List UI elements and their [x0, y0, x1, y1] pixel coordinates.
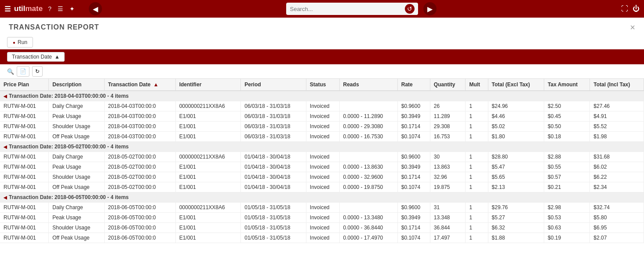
hamburger-icon[interactable]: ☰ [4, 5, 11, 13]
group-expand-icon: ◀ [4, 144, 7, 149]
col-quantity[interactable]: Quantity [430, 79, 466, 91]
brand-text: utilmate [14, 4, 43, 13]
nav-right-icons: ⛶ ⏻ [621, 5, 640, 13]
group-row[interactable]: ◀Transaction Date: 2018-05-02T00:00:00 -… [0, 142, 644, 152]
forward-button[interactable]: ▶ [423, 2, 437, 15]
group-expand-icon: ◀ [4, 94, 7, 99]
toolbar: ● Run [0, 35, 644, 49]
col-identifier[interactable]: Identifier [175, 79, 241, 91]
settings-icon[interactable]: ✦ [69, 5, 75, 12]
table-row: RUTW-M-001Off Peak Usage2018-06-05T00:00… [0, 233, 644, 243]
group-row[interactable]: ◀Transaction Date: 2018-04-03T00:00:00 -… [0, 91, 644, 101]
sort-icon: ▲ [153, 81, 159, 88]
table-row: RUTW-M-001Peak Usage2018-06-05T00:00:0E1… [0, 213, 644, 223]
filter-search-icon: 🔍 [7, 68, 14, 75]
group-sort-icon: ▲ [55, 54, 60, 60]
refresh-button[interactable]: ↻ [32, 66, 43, 77]
col-mult[interactable]: Mult [466, 79, 488, 91]
table-row: RUTW-M-001Shoulder Usage2018-06-05T00:00… [0, 223, 644, 233]
page-title: TRANSACTION REPORT [9, 23, 99, 31]
table-row: RUTW-M-001Daily Charge2018-06-05T00:00:0… [0, 203, 644, 213]
nav-icons: ? ☰ ✦ [48, 5, 75, 12]
table-row: RUTW-M-001Daily Charge2018-04-03T00:00:0… [0, 101, 644, 111]
col-status[interactable]: Status [306, 79, 339, 91]
filter-bar: 🔍 📄 ↻ [0, 64, 644, 79]
group-expand-icon: ◀ [4, 195, 7, 200]
group-bar: Transaction Date ▲ [0, 49, 644, 64]
back-button[interactable]: ◀ [89, 2, 102, 15]
page-header: TRANSACTION REPORT × [0, 18, 644, 35]
search-reset-button[interactable]: ↺ [405, 4, 415, 14]
power-icon[interactable]: ⏻ [633, 5, 640, 13]
help-icon[interactable]: ? [48, 5, 51, 12]
col-total-incl-tax[interactable]: Total (Incl Tax) [590, 79, 644, 91]
export-button[interactable]: 📄 [17, 66, 29, 77]
col-price-plan[interactable]: Price Plan [0, 79, 49, 91]
navbar: ☰ utilmate ? ☰ ✦ ◀ ↺ ▶ ⛶ ⏻ [0, 0, 644, 18]
search-input[interactable] [290, 6, 405, 12]
table-row: RUTW-M-001Daily Charge2018-05-02T00:00:0… [0, 152, 644, 162]
data-table: Price Plan Description Transaction Date … [0, 79, 644, 243]
table-header-row: Price Plan Description Transaction Date … [0, 79, 644, 91]
table-row: RUTW-M-001Shoulder Usage2018-04-03T00:00… [0, 122, 644, 132]
group-tag[interactable]: Transaction Date ▲ [7, 52, 65, 62]
group-tag-label: Transaction Date [12, 54, 52, 60]
table-row: RUTW-M-001Peak Usage2018-05-02T00:00:0E1… [0, 162, 644, 172]
col-reads[interactable]: Reads [339, 79, 397, 91]
col-rate[interactable]: Rate [397, 79, 430, 91]
group-row[interactable]: ◀Transaction Date: 2018-06-05T00:00:00 -… [0, 192, 644, 203]
notes-icon[interactable]: ☰ [58, 5, 63, 12]
table-body: ◀Transaction Date: 2018-04-03T00:00:00 -… [0, 91, 644, 243]
col-description[interactable]: Description [49, 79, 104, 91]
run-icon: ● [13, 40, 15, 45]
brand-logo: ☰ utilmate [4, 4, 43, 13]
run-button[interactable]: ● Run [7, 37, 33, 48]
col-period[interactable]: Period [241, 79, 306, 91]
table-row: RUTW-M-001Off Peak Usage2018-05-02T00:00… [0, 182, 644, 192]
close-button[interactable]: × [630, 23, 635, 32]
col-total-excl-tax[interactable]: Total (Excl Tax) [488, 79, 544, 91]
table-row: RUTW-M-001Shoulder Usage2018-05-02T00:00… [0, 172, 644, 182]
col-transaction-date[interactable]: Transaction Date ▲ [104, 79, 175, 91]
table-row: RUTW-M-001Peak Usage2018-04-03T00:00:0E1… [0, 111, 644, 122]
fullscreen-icon[interactable]: ⛶ [621, 5, 628, 13]
search-container: ↺ [286, 3, 418, 15]
main-content: TRANSACTION REPORT × ● Run Transaction D… [0, 18, 644, 277]
table-container[interactable]: Price Plan Description Transaction Date … [0, 79, 644, 268]
run-label: Run [18, 39, 27, 45]
table-row: RUTW-M-001Off Peak Usage2018-04-03T00:00… [0, 132, 644, 142]
col-tax-amount[interactable]: Tax Amount [544, 79, 590, 91]
